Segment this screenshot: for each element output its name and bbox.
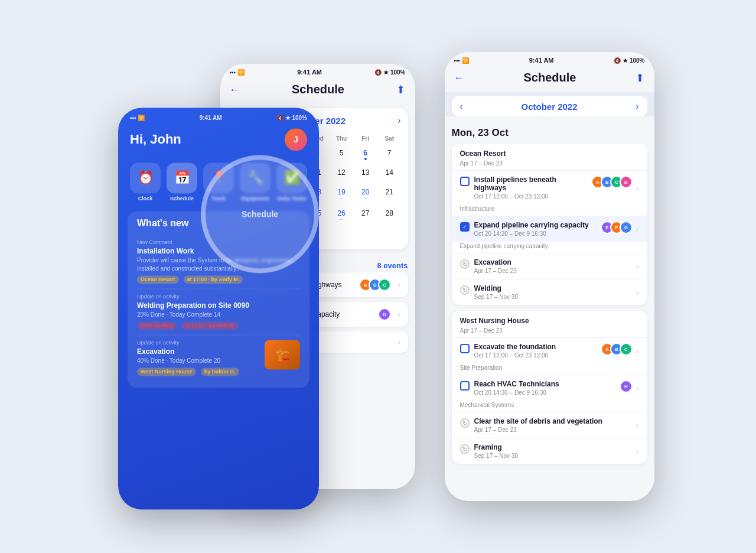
day-19[interactable]: 19 <box>330 184 353 204</box>
excavation-thumbnail: 🏗️ <box>265 340 300 369</box>
day-13[interactable]: 13 <box>354 165 377 183</box>
phone-blue: ▪▪▪ 🛜 9:41 AM 🔇 ★ 100% Hi, John J ⏰ Cloc… <box>118 108 319 509</box>
task-clear-debris[interactable]: Clear the site of debris and vegetation … <box>452 412 647 438</box>
task-info-4: Welding Sep 17 – Nov 30 <box>474 284 636 300</box>
task-welding[interactable]: Welding Sep 17 – Nov 30 › <box>452 279 647 305</box>
news-tag-time2: at 11:23 · by Rob W. <box>181 321 239 330</box>
day-20[interactable]: 20 <box>354 184 377 204</box>
user-avatar: J <box>285 128 307 151</box>
schedule-date-header: Mon, 23 Oct <box>452 121 647 144</box>
right-cal-prev[interactable]: ‹ <box>460 101 463 112</box>
task-time-8: Sep 17 – Nov 30 <box>474 453 636 459</box>
schedule-label: Schedule <box>170 196 194 201</box>
center-signal: ▪▪▪ 🛜 <box>230 69 245 76</box>
task-time-7: Apr 17 – Dec 23 <box>474 427 636 433</box>
task-checkbox-8[interactable] <box>460 444 470 454</box>
day-27[interactable]: 27 <box>354 206 377 226</box>
task-avatar-2c: G <box>620 221 633 234</box>
event-right-1: A B C › <box>363 278 401 291</box>
day-21[interactable]: 21 <box>378 184 401 204</box>
task-checkbox-2[interactable] <box>460 222 470 232</box>
event-avatars-2: D <box>382 308 391 321</box>
blue-header: Hi, John J <box>118 123 319 158</box>
day-empty-2 <box>330 227 353 242</box>
day-header-fri: Fri <box>354 133 377 144</box>
right-back-arrow-icon: ← <box>454 72 464 84</box>
event-avatars-1: A B C <box>363 278 391 291</box>
task-expand-pipeline[interactable]: Expand pipeline carrying capacity Oct 20… <box>452 216 647 242</box>
news-item-welding[interactable]: Update on activity Welding Preparation o… <box>137 289 300 335</box>
task-avatars-5: A B C <box>604 343 633 356</box>
task-category-2: Expand pipeline carrying capacity <box>452 242 647 253</box>
project-dates-west: Apr 17 – Dec 23 <box>452 327 647 337</box>
task-checkbox-7[interactable] <box>460 418 470 428</box>
share-button[interactable]: ⬆ <box>396 83 405 96</box>
task-name-excavation: Excavation <box>474 258 636 266</box>
task-time-4: Sep 17 – Nov 30 <box>474 294 636 300</box>
right-calendar-nav: ‹ October 2022 › <box>452 96 647 116</box>
day-header-sat: Sat <box>378 133 401 144</box>
task-time-2: Oct 20 14:30 – Dec 9 16:30 <box>474 230 599 237</box>
right-share-button[interactable]: ⬆ <box>636 71 644 84</box>
news-title-3: Excavation <box>137 347 259 356</box>
task-checkbox-3[interactable] <box>460 259 470 269</box>
news-desc-3: 40% Done · Today Complete 20 <box>137 357 259 365</box>
day-7[interactable]: 7 <box>378 145 401 164</box>
task-left-5: Excavate the foundation Oct 17 12:00 – O… <box>460 343 636 359</box>
phones-wrapper: ▪▪▪ 🛜 9:41 AM 🔇 ★ 100% Hi, John J ⏰ Cloc… <box>53 52 703 501</box>
task-install-pipelines[interactable]: Install pipelines beneath highways Oct 1… <box>452 170 647 204</box>
center-status-bar: ▪▪▪ 🛜 9:41 AM 🔇 ★ 100% <box>220 64 415 78</box>
task-info-5: Excavate the foundation Oct 17 12:00 – O… <box>474 343 599 359</box>
chevron-icon-3: › <box>398 337 401 347</box>
task-excavate-foundation[interactable]: Excavate the foundation Oct 17 12:00 – O… <box>452 337 647 363</box>
task-chevron-8: › <box>636 447 639 456</box>
right-phone-header: ← Schedule ⬆ <box>445 66 654 92</box>
day-28[interactable]: 28 <box>378 206 401 226</box>
project-group-ocean: Ocean Resort Apr 17 – Dec 23 Install pip… <box>452 144 647 305</box>
day-12[interactable]: 12 <box>330 165 353 183</box>
task-info-2: Expand pipeline carrying capacity Oct 20… <box>474 221 599 237</box>
avatar-3: C <box>378 278 391 291</box>
event-right-2: D › <box>382 308 401 321</box>
day-5[interactable]: 5 <box>330 145 353 164</box>
task-checkbox-4[interactable] <box>460 285 470 295</box>
project-name-west: West Nursing House <box>452 311 647 327</box>
right-cal-month: October 2022 <box>521 102 577 112</box>
center-time: 9:41 AM <box>297 69 322 76</box>
app-icon-clock[interactable]: ⏰ Clock <box>130 162 161 201</box>
task-left-3: Excavation Apr 17 – Dec 23 <box>460 258 636 274</box>
right-back-button[interactable]: ← <box>454 72 464 84</box>
day-14[interactable]: 14 <box>378 165 401 183</box>
task-checkbox-1[interactable] <box>460 177 470 186</box>
day-26[interactable]: 26 <box>330 206 353 226</box>
task-left-1: Install pipelines beneath highways Oct 1… <box>460 175 636 200</box>
task-name-framing: Framing <box>474 443 636 451</box>
task-chevron-7: › <box>636 421 639 430</box>
task-hvac[interactable]: Reach HVAC Technicians Oct 20 14:30 – De… <box>452 375 647 401</box>
task-name-hvac: Reach HVAC Technicians <box>474 380 618 388</box>
task-checkbox-6[interactable] <box>460 381 470 391</box>
calendar-next-button[interactable]: › <box>397 115 400 126</box>
news-tag-resort: Ocean Resort <box>137 275 179 284</box>
task-name-excavate-foundation: Excavate the foundation <box>474 343 599 351</box>
right-page-title: Schedule <box>524 71 576 84</box>
chevron-icon-2: › <box>398 310 401 319</box>
task-framing[interactable]: Framing Sep 17 – Nov 30 › <box>452 438 647 464</box>
news-meta-3: West Nursing House by Dalton G. <box>137 367 259 376</box>
task-excavation[interactable]: Excavation Apr 17 – Dec 23 › <box>452 253 647 279</box>
back-button[interactable]: ← <box>230 84 240 96</box>
right-cal-next[interactable]: › <box>636 101 638 112</box>
center-page-title: Schedule <box>292 83 344 96</box>
task-left-4: Welding Sep 17 – Nov 30 <box>460 284 636 300</box>
task-name-install-pipelines: Install pipelines beneath highways <box>474 175 590 192</box>
task-category-1: Infrastructure <box>452 204 647 216</box>
task-time-5: Oct 17 12:00 – Oct 23 12:00 <box>474 352 599 359</box>
task-checkbox-5[interactable] <box>460 344 470 353</box>
day-6[interactable]: 6 <box>354 145 377 164</box>
task-chevron-2: › <box>636 225 639 234</box>
news-meta-1: Ocean Resort at 17:00 · by Andy M. <box>137 275 300 284</box>
app-icon-schedule[interactable]: 📅 Schedule <box>167 162 197 201</box>
task-avatar-5c: C <box>620 343 633 356</box>
news-item-excavation[interactable]: Update on activity Excavation 40% Done ·… <box>137 335 300 380</box>
task-left-6: Reach HVAC Technicians Oct 20 14:30 – De… <box>460 380 636 396</box>
